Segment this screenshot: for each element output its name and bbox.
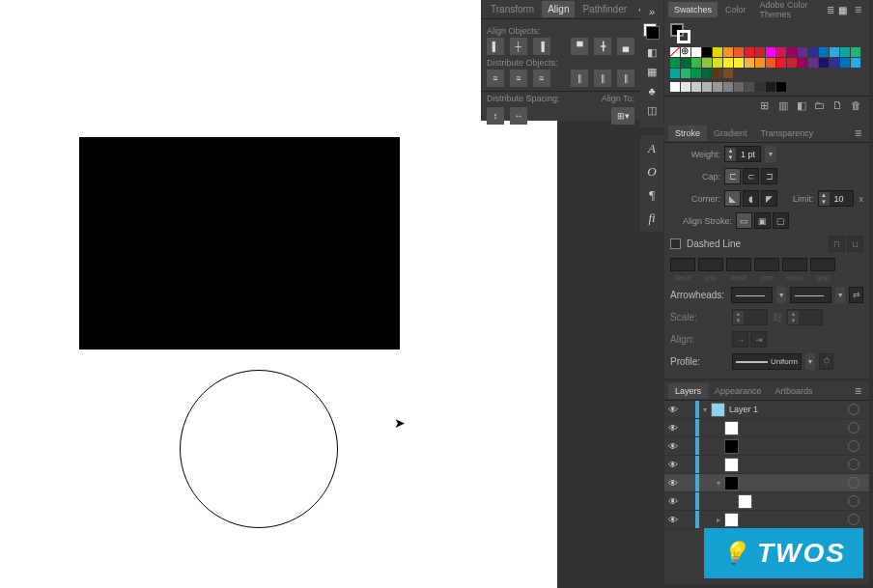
swatch-color[interactable] bbox=[808, 58, 818, 68]
tab-appearance[interactable]: Appearance bbox=[708, 383, 769, 399]
swatch-color[interactable] bbox=[798, 58, 807, 68]
swatches-menu-icon[interactable]: ≡ bbox=[851, 3, 865, 16]
opentype-panel-icon[interactable]: O bbox=[647, 164, 656, 180]
swatch-color[interactable] bbox=[702, 47, 712, 57]
swatch-color[interactable] bbox=[840, 58, 850, 68]
swatch-gray[interactable] bbox=[713, 82, 722, 92]
dist-spacing-h-icon[interactable]: ↔ bbox=[510, 107, 527, 125]
link-scale-icon[interactable]: ⛓ bbox=[772, 312, 783, 322]
character-panel-icon[interactable]: A bbox=[648, 141, 656, 156]
canvas-rectangle[interactable] bbox=[79, 137, 400, 350]
dash-input[interactable] bbox=[726, 258, 751, 271]
swatch-color[interactable] bbox=[808, 47, 818, 57]
target-icon[interactable] bbox=[848, 422, 859, 434]
dist-top-icon[interactable]: ≡ bbox=[487, 70, 504, 87]
arrowhead-end-select[interactable] bbox=[790, 287, 831, 303]
swatch-color[interactable] bbox=[798, 47, 807, 57]
target-icon[interactable] bbox=[848, 514, 859, 525]
arrow-scale-start[interactable]: ▲▼ bbox=[732, 309, 768, 325]
layers-menu-icon[interactable]: ≡ bbox=[851, 384, 865, 398]
arrowhead-start-select[interactable] bbox=[731, 287, 773, 303]
paragraph-panel-icon[interactable]: ¶ bbox=[649, 187, 656, 203]
swatch-color[interactable] bbox=[702, 69, 712, 78]
swatch-gray[interactable] bbox=[723, 82, 733, 92]
swatch-lib-icon[interactable]: ⊞ bbox=[757, 99, 772, 112]
profile-flip-icon[interactable]: ⥀ bbox=[819, 353, 833, 370]
swatch-gray[interactable] bbox=[745, 82, 754, 92]
layer-row[interactable]: 👁 bbox=[664, 456, 869, 474]
visibility-icon[interactable]: 👁 bbox=[664, 515, 682, 525]
align-left-icon[interactable]: ▌ bbox=[487, 38, 504, 55]
weight-dropdown[interactable]: ▼ bbox=[765, 146, 776, 162]
visibility-icon[interactable]: 👁 bbox=[664, 496, 682, 507]
swatch-color[interactable] bbox=[766, 47, 775, 57]
cap-butt-icon[interactable]: ⊏ bbox=[724, 168, 741, 184]
profile-select[interactable]: Uniform bbox=[732, 353, 802, 370]
color-mode-icon[interactable]: ◧ bbox=[644, 44, 660, 60]
tab-gradient[interactable]: Gradient bbox=[707, 126, 754, 141]
cap-round-icon[interactable]: ⊂ bbox=[743, 168, 759, 184]
swatch-color[interactable] bbox=[723, 69, 733, 78]
align-bottom-icon[interactable]: ▄ bbox=[617, 38, 634, 55]
profile-dd[interactable]: ▼ bbox=[805, 353, 815, 370]
align-top-icon[interactable]: ▀ bbox=[571, 38, 588, 55]
swatch-color[interactable] bbox=[755, 47, 765, 57]
align-stroke-inside-icon[interactable]: ▣ bbox=[754, 212, 771, 229]
swatch-color[interactable] bbox=[681, 58, 690, 68]
dist-hcenter-icon[interactable]: ∥ bbox=[594, 70, 611, 87]
dashed-line-checkbox[interactable] bbox=[670, 238, 681, 249]
layer-row[interactable]: 👁▸ bbox=[664, 511, 869, 529]
target-icon[interactable] bbox=[848, 495, 859, 507]
swatch-color[interactable] bbox=[755, 58, 765, 68]
dash-preserve-icon[interactable]: ⊓ bbox=[829, 236, 845, 252]
swap-arrowheads-icon[interactable]: ⇄ bbox=[849, 287, 863, 303]
swatch-color[interactable] bbox=[776, 58, 786, 68]
swatch-color[interactable] bbox=[713, 69, 722, 78]
swatch-color[interactable] bbox=[723, 47, 733, 57]
dash-align-icon[interactable]: ⊔ bbox=[847, 236, 863, 252]
fill-stroke-swatch-icon[interactable] bbox=[670, 23, 691, 44]
layer-row[interactable]: 👁▾Layer 1 bbox=[664, 401, 869, 419]
swatch-color[interactable] bbox=[745, 58, 754, 68]
swatch-gray[interactable] bbox=[681, 82, 690, 92]
dash-input[interactable] bbox=[810, 258, 835, 271]
arrowhead-start-dd[interactable]: ▼ bbox=[776, 287, 786, 303]
tab-transparency[interactable]: Transparency bbox=[754, 126, 821, 141]
dist-right-icon[interactable]: ∥ bbox=[617, 70, 634, 87]
swatch-gray[interactable] bbox=[670, 82, 680, 92]
swatch-color[interactable] bbox=[787, 58, 797, 68]
dash-input[interactable] bbox=[670, 258, 695, 271]
disclosure-closed-icon[interactable]: ▸ bbox=[713, 516, 724, 524]
swatch-view-grid-icon[interactable]: ▦ bbox=[838, 5, 847, 15]
target-icon[interactable] bbox=[848, 477, 859, 489]
visibility-icon[interactable]: 👁 bbox=[664, 405, 682, 415]
swatch-color[interactable] bbox=[851, 47, 860, 57]
dash-input[interactable] bbox=[782, 258, 807, 271]
stroke-menu-icon[interactable]: ≡ bbox=[851, 126, 865, 140]
layer-name[interactable]: Layer 1 bbox=[729, 405, 848, 414]
swatch-new-icon[interactable]: 🗋 bbox=[831, 99, 845, 112]
swatch-gray[interactable] bbox=[702, 82, 712, 92]
swatch-color[interactable] bbox=[840, 47, 850, 57]
swatch-color[interactable] bbox=[787, 47, 797, 57]
swatch-gray[interactable] bbox=[734, 82, 744, 92]
glyphs-panel-icon[interactable]: fi bbox=[648, 210, 655, 226]
swatch-color[interactable] bbox=[819, 47, 829, 57]
swatch-color[interactable] bbox=[702, 58, 712, 68]
tab-transform[interactable]: Transform bbox=[485, 1, 540, 17]
swatch-color[interactable] bbox=[670, 69, 680, 78]
swatch-color[interactable] bbox=[723, 58, 733, 68]
tab-stroke[interactable]: Stroke bbox=[668, 126, 707, 141]
tab-artboards[interactable]: Artboards bbox=[769, 383, 820, 399]
tab-pathfinder[interactable]: Pathfinder bbox=[577, 1, 633, 17]
swatch-color[interactable] bbox=[691, 69, 701, 78]
dist-vcenter-icon[interactable]: ≡ bbox=[510, 70, 527, 87]
align-stroke-outside-icon[interactable]: ▢ bbox=[773, 212, 789, 229]
visibility-icon[interactable]: 👁 bbox=[664, 460, 682, 470]
visibility-icon[interactable]: 👁 bbox=[664, 423, 682, 434]
canvas-ellipse[interactable] bbox=[180, 370, 338, 528]
swatch-registration[interactable] bbox=[681, 47, 690, 57]
dash-input[interactable] bbox=[754, 258, 779, 271]
swatch-group-icon[interactable]: 🗀 bbox=[812, 99, 827, 112]
align-hcenter-icon[interactable]: ┼ bbox=[510, 38, 527, 55]
